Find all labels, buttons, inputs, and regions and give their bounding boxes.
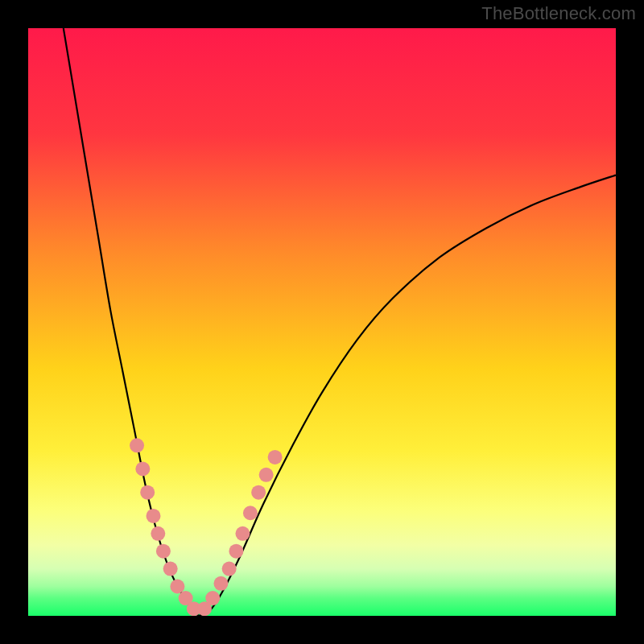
marker-right-7 bbox=[251, 485, 266, 500]
marker-right-3 bbox=[222, 562, 237, 576]
marker-left-3 bbox=[146, 509, 160, 523]
marker-left-5 bbox=[156, 544, 171, 559]
marker-right-2 bbox=[213, 576, 228, 591]
markers-group bbox=[130, 438, 283, 616]
marker-left-6 bbox=[163, 562, 178, 576]
chart-svg bbox=[28, 28, 616, 616]
marker-left-0 bbox=[130, 438, 144, 452]
marker-left-4 bbox=[151, 526, 165, 541]
marker-right-1 bbox=[205, 591, 220, 605]
chart-frame: TheBottleneck.com bbox=[0, 0, 644, 644]
marker-right-4 bbox=[229, 544, 243, 559]
marker-right-8 bbox=[259, 468, 274, 482]
marker-left-7 bbox=[170, 580, 184, 594]
marker-right-6 bbox=[243, 506, 258, 520]
right-curve bbox=[199, 175, 616, 617]
curves-group bbox=[64, 28, 616, 616]
marker-right-9 bbox=[268, 450, 283, 464]
plot-area bbox=[28, 28, 616, 616]
left-curve bbox=[64, 28, 199, 616]
marker-right-5 bbox=[235, 526, 250, 541]
watermark-text: TheBottleneck.com bbox=[481, 3, 636, 24]
marker-left-2 bbox=[140, 485, 155, 500]
marker-left-1 bbox=[135, 462, 150, 477]
